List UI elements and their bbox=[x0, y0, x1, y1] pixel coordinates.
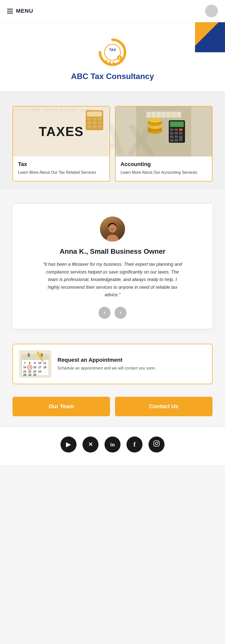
svg-rect-42 bbox=[179, 136, 182, 141]
avatar-image bbox=[100, 216, 125, 242]
testimonial-controls: ‹ › bbox=[22, 307, 202, 319]
appointment-desc: Schedule an appointment and we will cont… bbox=[58, 365, 206, 371]
appointment-title: Request an Appointment bbox=[58, 357, 206, 363]
svg-rect-39 bbox=[179, 132, 182, 134]
appointment-image: 7 8 9 10 11 14 15 16 17 18 21 22 23 24 bbox=[19, 350, 52, 378]
accounting-card-title: Accounting bbox=[120, 161, 207, 168]
taxes-text-visual: TAXES bbox=[39, 124, 84, 139]
hero-section: TAX $ ABC Tax Consultancy bbox=[0, 22, 225, 91]
testimonial-prev-button[interactable]: ‹ bbox=[98, 307, 110, 319]
accounting-card-desc: Learn More About Our Accounting Services bbox=[120, 170, 207, 176]
svg-text:29: 29 bbox=[28, 373, 31, 376]
menu-button[interactable]: MENU bbox=[7, 8, 33, 14]
twitter-x-icon: ✕ bbox=[88, 441, 93, 448]
social-icons-container: ▶ ✕ in f bbox=[8, 436, 218, 452]
appointment-card[interactable]: 7 8 9 10 11 14 15 16 17 18 21 22 23 24 bbox=[12, 344, 212, 384]
svg-rect-8 bbox=[87, 112, 102, 116]
svg-rect-15 bbox=[88, 125, 91, 128]
svg-point-46 bbox=[111, 228, 114, 230]
svg-rect-33 bbox=[170, 122, 184, 127]
corner-decoration bbox=[195, 22, 225, 52]
svg-rect-75 bbox=[154, 441, 159, 446]
svg-rect-19 bbox=[146, 112, 181, 118]
svg-rect-13 bbox=[93, 122, 96, 124]
svg-point-31 bbox=[148, 118, 162, 123]
svg-rect-43 bbox=[170, 139, 174, 142]
accounting-card-image bbox=[116, 106, 212, 156]
our-team-button[interactable]: Our Team bbox=[12, 397, 110, 416]
appointment-content: Request an Appointment Schedule an appoi… bbox=[58, 357, 206, 371]
svg-rect-37 bbox=[170, 132, 174, 134]
logo-container: TAX $ ABC Tax Consultancy bbox=[8, 37, 218, 81]
svg-rect-11 bbox=[98, 118, 102, 120]
twitter-x-icon-button[interactable]: ✕ bbox=[82, 436, 98, 452]
svg-text:14: 14 bbox=[23, 366, 26, 369]
svg-rect-10 bbox=[93, 118, 96, 120]
menu-label: MENU bbox=[16, 8, 33, 14]
svg-rect-41 bbox=[174, 136, 178, 138]
svg-rect-44 bbox=[174, 139, 178, 142]
svg-rect-9 bbox=[88, 118, 91, 120]
svg-rect-40 bbox=[170, 136, 174, 138]
svg-text:23: 23 bbox=[33, 370, 36, 373]
svg-point-76 bbox=[155, 442, 158, 445]
svg-rect-12 bbox=[88, 122, 91, 124]
svg-rect-17 bbox=[98, 125, 102, 128]
svg-text:TAX: TAX bbox=[109, 48, 116, 52]
svg-text:16: 16 bbox=[33, 366, 36, 369]
svg-rect-35 bbox=[174, 128, 178, 131]
svg-rect-48 bbox=[22, 354, 49, 360]
cta-buttons-container: Our Team Contact Us bbox=[5, 392, 220, 421]
youtube-icon-button[interactable]: ▶ bbox=[60, 436, 76, 452]
testimonial-card: Anna K., Small Business Owner "It has be… bbox=[12, 204, 212, 329]
appointment-section: 7 8 9 10 11 14 15 16 17 18 21 22 23 24 bbox=[5, 344, 220, 384]
linkedin-icon: in bbox=[110, 441, 115, 448]
services-section: TAX tax form 1040 schedule deduction inc… bbox=[0, 91, 225, 189]
svg-text:11: 11 bbox=[43, 362, 46, 364]
facebook-icon-button[interactable]: f bbox=[126, 436, 142, 452]
tax-service-card[interactable]: tax form 1040 schedule deduction income bbox=[12, 106, 110, 182]
testimonial-name: Anna K., Small Business Owner bbox=[22, 248, 202, 256]
accounting-service-card[interactable]: Accounting Learn More About Our Accounti… bbox=[115, 106, 212, 182]
svg-text:24: 24 bbox=[38, 370, 42, 373]
testimonial-next-button[interactable]: › bbox=[114, 307, 126, 319]
tax-card-desc: Learn More About Our Tax Related Service… bbox=[18, 170, 104, 176]
svg-text:18: 18 bbox=[43, 366, 46, 369]
svg-text:10: 10 bbox=[38, 362, 41, 364]
svg-text:21: 21 bbox=[23, 370, 26, 373]
brand-title: ABC Tax Consultancy bbox=[71, 72, 154, 81]
accounting-visual-svg bbox=[136, 106, 191, 156]
svg-text:9: 9 bbox=[34, 362, 36, 364]
contact-us-button[interactable]: Contact Us bbox=[115, 397, 212, 416]
svg-text:17: 17 bbox=[38, 366, 41, 369]
facebook-icon: f bbox=[134, 441, 136, 448]
testimonial-quote: "It has been a lifesaver for my business… bbox=[42, 260, 182, 299]
svg-rect-14 bbox=[98, 122, 102, 124]
svg-text:15: 15 bbox=[28, 366, 31, 369]
svg-text:30: 30 bbox=[33, 373, 36, 376]
tax-card-image: tax form 1040 schedule deduction income bbox=[13, 106, 110, 156]
svg-text:$: $ bbox=[118, 56, 120, 60]
logo-svg: TAX $ bbox=[98, 37, 128, 67]
linkedin-icon-button[interactable]: in bbox=[104, 436, 120, 452]
svg-point-5 bbox=[109, 61, 111, 63]
prev-icon: ‹ bbox=[104, 310, 105, 316]
avatar[interactable] bbox=[205, 4, 218, 18]
testimonial-section: Anna K., Small Business Owner "It has be… bbox=[5, 196, 220, 336]
svg-rect-34 bbox=[170, 128, 174, 131]
footer: ▶ ✕ in f bbox=[0, 426, 225, 465]
svg-text:22: 22 bbox=[28, 370, 31, 373]
svg-rect-36 bbox=[179, 128, 182, 131]
instagram-icon-button[interactable] bbox=[148, 436, 164, 452]
svg-point-6 bbox=[112, 62, 114, 64]
tax-card-body: Tax Learn More About Our Tax Related Ser… bbox=[13, 156, 110, 181]
header: MENU bbox=[0, 0, 225, 22]
tax-card-title: Tax bbox=[18, 161, 104, 168]
svg-text:7: 7 bbox=[24, 362, 26, 364]
instagram-icon bbox=[153, 440, 160, 449]
svg-point-4 bbox=[106, 60, 108, 62]
youtube-icon: ▶ bbox=[66, 440, 71, 448]
svg-rect-16 bbox=[93, 125, 96, 128]
svg-rect-38 bbox=[174, 132, 178, 134]
svg-text:28: 28 bbox=[23, 373, 26, 376]
